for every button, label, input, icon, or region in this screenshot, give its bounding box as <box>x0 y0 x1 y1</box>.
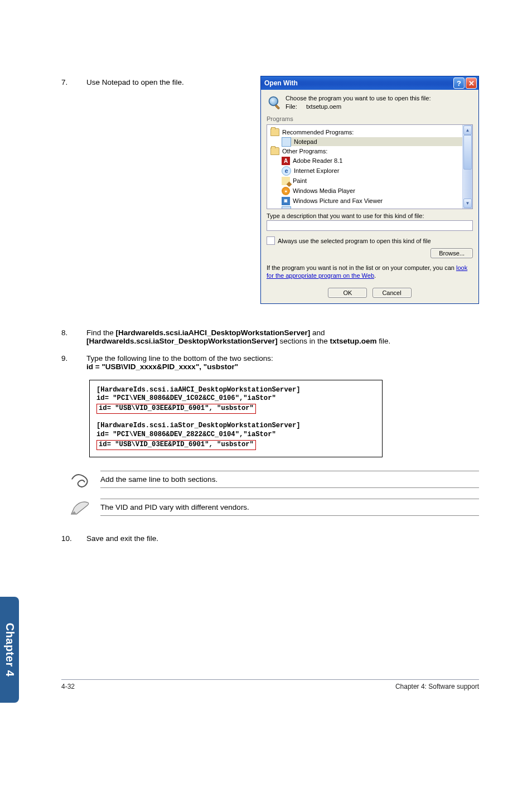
chapter-tab: Chapter 4 <box>0 597 19 703</box>
close-icon[interactable]: ✕ <box>466 78 477 89</box>
scroll-thumb[interactable] <box>463 135 472 170</box>
step-8-bold-2: [HardwareIds.scsi.iaStor_DesktopWorkstat… <box>86 337 278 345</box>
type-description-label: Type a description that you want to use … <box>267 212 473 219</box>
open-with-dialog: Open With ? ✕ Choose the program you wan… <box>260 76 479 304</box>
ie-icon: e <box>282 166 291 176</box>
program-label: Internet Explorer <box>294 167 339 174</box>
note-1-text: Add the same line to both sections. <box>100 471 479 488</box>
search-icon <box>267 94 283 111</box>
footer-chapter-title: Chapter 4: Software support <box>395 683 479 690</box>
step-8-bold-1: [HardwareIds.scsi.iaAHCI_DesktopWorkstat… <box>116 328 311 337</box>
always-use-label: Always use the selected program to open … <box>278 238 431 244</box>
program-label: Windows Picture and Fax Viewer <box>293 197 383 204</box>
notepad-icon <box>282 137 291 147</box>
program-label: Adobe Reader 8.1 <box>293 157 342 164</box>
code-line-highlight-2: id= "USB\VID_03EE&PID_6901", "usbstor" <box>96 440 256 450</box>
always-use-checkbox[interactable] <box>267 236 275 245</box>
step-7: 7. Use Notepad to open the file. Open Wi… <box>61 78 479 304</box>
step-10-text: Save and exit the file. <box>86 534 479 543</box>
code-line: [HardwareIds.scsi.iaStor_DesktopWorkstat… <box>96 422 375 431</box>
program-item-fax[interactable]: ▣ Windows Picture and Fax Viewer <box>282 196 462 205</box>
step-8: 8. Find the [HardwareIds.scsi.iaAHCI_Des… <box>61 328 479 345</box>
step-8-num: 8. <box>61 328 86 337</box>
group-recommended: Recommended Programs: <box>270 128 462 136</box>
scroll-down-icon[interactable]: ▼ <box>463 199 472 208</box>
pen-icon <box>61 499 100 516</box>
program-item-wmp[interactable]: ● Windows Media Player <box>282 186 462 195</box>
adobe-icon: A <box>282 157 290 165</box>
step-9-num: 9. <box>61 354 86 363</box>
note-2: The VID and PID vary with different vend… <box>61 499 479 516</box>
code-line: id= "PCI\VEN_8086&DEV_2822&CC_0104","iaS… <box>96 431 375 439</box>
help-icon[interactable]: ? <box>453 78 465 89</box>
note-2-text: The VID and PID vary with different vend… <box>100 499 479 516</box>
fine-print: If the program you want is not in the li… <box>267 264 473 280</box>
dialog-choose-text: Choose the program you want to use to op… <box>286 95 431 102</box>
step-9: 9. Type the following line to the bottom… <box>61 354 479 371</box>
file-label: File: <box>286 103 304 110</box>
step-8-bold-3: txtsetup.oem <box>330 337 376 345</box>
step-9-text-1: Type the following line to the bottom of… <box>86 354 479 363</box>
browse-button[interactable]: Browse... <box>431 248 473 258</box>
group-other: Other Programs: <box>270 147 462 155</box>
program-item-ie[interactable]: e Internet Explorer <box>282 166 462 175</box>
code-line-highlight-1: id= "USB\VID_03EE&PID_6901", "usbstor" <box>96 404 256 414</box>
paint-icon <box>282 177 290 185</box>
group-recommended-label: Recommended Programs: <box>282 129 354 136</box>
wordpad-icon <box>282 206 291 210</box>
step-8-text: Find the [HardwareIds.scsi.iaAHCI_Deskto… <box>86 328 479 345</box>
fine-print-post: . <box>374 272 376 279</box>
note-1: Add the same line to both sections. <box>61 471 479 489</box>
code-sample: [HardwareIds.scsi.iaAHCI_DesktopWorkstat… <box>89 380 383 457</box>
cancel-button[interactable]: Cancel <box>373 288 412 298</box>
step-7-text: Use Notepad to open the file. <box>86 78 198 304</box>
description-input[interactable] <box>267 220 473 231</box>
scrollbar[interactable]: ▲ ▼ <box>462 125 472 209</box>
fine-print-pre: If the program you want is not in the li… <box>267 264 456 271</box>
dialog-titlebar: Open With ? ✕ <box>261 76 478 90</box>
program-label: WordPad <box>294 207 320 209</box>
code-line: id= "PCI\VEN_8086&DEV_1C02&CC_0106","iaS… <box>96 394 375 403</box>
program-label: Notepad <box>294 138 317 145</box>
fax-viewer-icon: ▣ <box>282 197 290 205</box>
program-item-paint[interactable]: Paint <box>282 176 462 185</box>
page-footer: 4-32 Chapter 4: Software support <box>61 679 479 690</box>
chapter-tab-label: Chapter 4 <box>3 623 16 677</box>
step-9-text-2: id = "USB\VID_xxxx&PID_xxxx", "usbstor" <box>86 363 479 371</box>
step-10-num: 10. <box>61 534 86 543</box>
paperclip-icon <box>61 471 100 489</box>
program-item-adobe[interactable]: A Adobe Reader 8.1 <box>282 156 462 165</box>
program-item-wordpad[interactable]: WordPad <box>282 206 462 209</box>
programs-listbox[interactable]: ▲ ▼ Recommended Programs: Notepad <box>267 124 473 209</box>
step-7-num: 7. <box>61 78 86 86</box>
file-name: txtsetup.oem <box>306 103 341 110</box>
code-line: [HardwareIds.scsi.iaAHCI_DesktopWorkstat… <box>96 386 375 395</box>
ok-button[interactable]: OK <box>328 288 367 298</box>
scroll-up-icon[interactable]: ▲ <box>463 125 472 135</box>
svg-rect-1 <box>275 105 280 110</box>
group-other-label: Other Programs: <box>282 148 327 154</box>
folder-icon <box>270 128 279 136</box>
program-item-notepad[interactable]: Notepad <box>282 137 462 146</box>
folder-icon <box>270 147 279 155</box>
programs-label: Programs <box>267 115 473 122</box>
program-label: Windows Media Player <box>293 187 355 194</box>
page-number: 4-32 <box>61 683 75 690</box>
svg-point-0 <box>269 97 278 106</box>
step-10: 10. Save and exit the file. <box>61 534 479 543</box>
wmp-icon: ● <box>282 187 290 195</box>
dialog-title: Open With <box>264 79 298 87</box>
program-label: Paint <box>293 177 307 184</box>
